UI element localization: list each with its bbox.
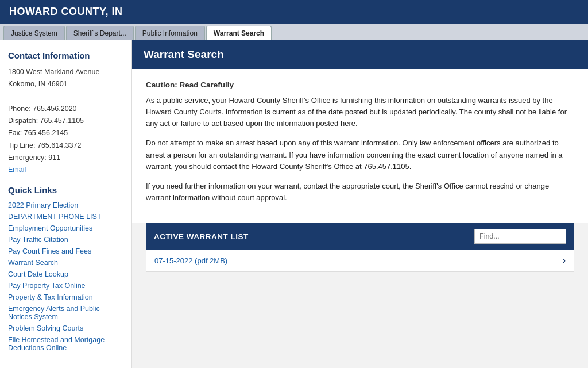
tip-line: Tip Line: 765.614.3372 <box>8 140 123 152</box>
link-dept-phone[interactable]: DEPARTMENT PHONE LIST <box>8 211 123 223</box>
link-warrant-search[interactable]: Warrant Search <box>8 257 123 269</box>
content-body: Caution: Read Carefully As a public serv… <box>132 69 588 223</box>
address-line2: Kokomo, IN 46901 <box>8 78 123 90</box>
link-court-date[interactable]: Court Date Lookup <box>8 269 123 280</box>
link-property-tax[interactable]: Pay Property Tax Online <box>8 280 123 292</box>
phone: Phone: 765.456.2020 <box>8 103 123 115</box>
main-layout: Contact Information 1800 West Markland A… <box>0 40 588 368</box>
content-area: Warrant Search Caution: Read Carefully A… <box>132 40 588 368</box>
fax: Fax: 765.456.2145 <box>8 127 123 139</box>
link-emergency-alerts[interactable]: Emergency Alerts and Public Notices Syst… <box>8 303 123 323</box>
warrant-row-label: 07-15-2022 (pdf 2MB) <box>154 256 227 265</box>
warrant-search-input[interactable] <box>474 229 566 244</box>
link-court-fines[interactable]: Pay Court Fines and Fees <box>8 246 123 257</box>
link-homestead[interactable]: File Homestead and Mortgage Deductions O… <box>8 334 123 354</box>
tab-sheriffs-dept[interactable]: Sheriff's Depart... <box>66 26 134 40</box>
contact-info: 1800 West Markland Avenue Kokomo, IN 469… <box>8 66 123 176</box>
nav-tabs: Justice System Sheriff's Depart... Publi… <box>0 24 588 40</box>
link-pay-traffic[interactable]: Pay Traffic Citation <box>8 234 123 246</box>
para1: As a public service, your Howard County … <box>146 95 574 129</box>
link-problem-solving[interactable]: Problem Solving Courts <box>8 323 123 334</box>
dispatch: Dispatch: 765.457.1105 <box>8 115 123 127</box>
tab-public-information[interactable]: Public Information <box>135 26 205 40</box>
contact-title: Contact Information <box>8 51 123 60</box>
warrant-list-header: ACTIVE WARRANT LIST <box>146 223 574 250</box>
sidebar: Contact Information 1800 West Markland A… <box>0 40 132 368</box>
tab-justice-system[interactable]: Justice System <box>3 26 65 40</box>
caution-heading: Caution: Read Carefully <box>146 80 574 89</box>
warrant-list-row[interactable]: 07-15-2022 (pdf 2MB) › <box>146 250 574 272</box>
warrant-list-title: ACTIVE WARRANT LIST <box>154 232 249 241</box>
warrant-list-section: ACTIVE WARRANT LIST 07-15-2022 (pdf 2MB)… <box>132 223 588 283</box>
site-header: Howard County, IN <box>0 0 588 24</box>
quick-links-title: Quick Links <box>8 185 123 195</box>
emergency: Emergency: 911 <box>8 152 123 164</box>
link-employment[interactable]: Employment Opportunities <box>8 223 123 234</box>
para2: Do not attempt to make an arrest based u… <box>146 137 574 172</box>
para3: If you need further information on your … <box>146 181 574 204</box>
site-title: Howard County, IN <box>9 6 123 17</box>
tab-warrant-search[interactable]: Warrant Search <box>206 26 272 40</box>
link-primary-election[interactable]: 2022 Primary Election <box>8 200 123 211</box>
address-line1: 1800 West Markland Avenue <box>8 66 123 78</box>
warrant-row-arrow-icon: › <box>563 255 566 266</box>
email-link[interactable]: Email <box>8 166 26 174</box>
link-property-tax-info[interactable]: Property & Tax Information <box>8 292 123 303</box>
page-title: Warrant Search <box>132 40 588 69</box>
